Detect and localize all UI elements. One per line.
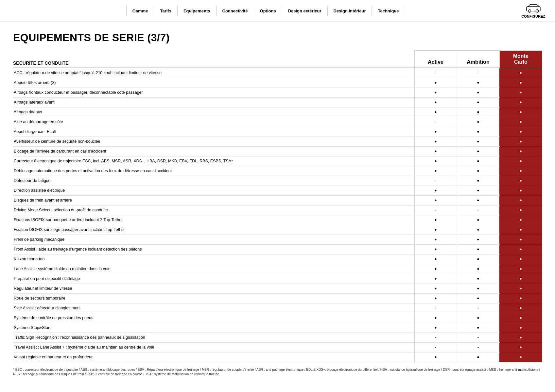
ambition-cell: •: [457, 215, 499, 225]
footnote: * ESC : correcteur électronique de traje…: [13, 368, 542, 377]
active-cell: •: [414, 186, 457, 195]
feature-cell: Système Stop&Start: [13, 323, 414, 333]
table-row: Roue de secours temporaire•••: [13, 293, 542, 303]
nav-equipements[interactable]: Equipements: [178, 6, 217, 16]
active-cell: •: [414, 127, 457, 137]
col-header-monte-carlo: Monte Carlo: [499, 51, 542, 68]
feature-cell: Détecteur de fatigue: [13, 176, 414, 186]
nav-gamme[interactable]: Gamme: [126, 6, 154, 16]
feature-cell: Avertisseur de ceinture de sécurité non-…: [13, 137, 414, 146]
nav-design-exterieur[interactable]: Design extérieur: [282, 6, 328, 16]
feature-cell: Front Assist : aide au freinage d'urgenc…: [13, 244, 414, 254]
monte-carlo-cell: •: [499, 323, 542, 333]
table-row: Airbags frontaux conducteur et passager,…: [13, 88, 542, 97]
footer: 8 Tarif Scala – MY2023 – Tarifs 13.06.20…: [0, 390, 555, 392]
nav-design-interieur[interactable]: Design intérieur: [328, 6, 372, 16]
active-cell: -: [414, 333, 457, 342]
monte-carlo-cell: •: [499, 352, 542, 362]
feature-cell: Fixations ISOFIX sur banquette arrière i…: [13, 215, 414, 225]
monte-carlo-cell: •: [499, 205, 542, 215]
feature-cell: Correcteur électronique de trajectoire E…: [13, 156, 414, 166]
monte-carlo-cell: •: [499, 284, 542, 293]
col-header-active: Active: [414, 51, 457, 68]
active-cell: •: [414, 137, 457, 146]
table-row: Appuie-têtes arrière (3)•••: [13, 78, 542, 88]
monte-carlo-cell: •: [499, 235, 542, 244]
monte-carlo-cell: •: [499, 225, 542, 235]
active-cell: •: [414, 254, 457, 264]
feature-cell: Direction assistée électrique: [13, 186, 414, 195]
feature-cell: ACC : régulateur de vitesse adaptatif ju…: [13, 68, 414, 78]
table-row: Aide au démarrage en côte-••: [13, 117, 542, 127]
nav-tarifs[interactable]: Tarifs: [154, 6, 177, 16]
table-row: Appel d'urgence - Ecall•••: [13, 127, 542, 137]
active-cell: •: [414, 97, 457, 107]
nav-connectivite[interactable]: Connectivité: [217, 6, 254, 16]
monte-carlo-cell: •: [499, 166, 542, 176]
top-navigation: Gamme Tarifs Equipements Connectivité Op…: [0, 0, 555, 22]
feature-cell: Frein de parking mécanique: [13, 235, 414, 244]
active-cell: •: [414, 352, 457, 362]
configurez-label: CONFIGUREZ: [521, 14, 545, 18]
ambition-cell: -: [457, 303, 499, 313]
monte-carlo-cell: •: [499, 254, 542, 264]
active-cell: •: [414, 156, 457, 166]
ambition-cell: •: [457, 146, 499, 156]
configurez-button[interactable]: CONFIGUREZ: [521, 3, 545, 18]
active-cell: •: [414, 313, 457, 323]
table-row: Frein de parking mécanique•••: [13, 235, 542, 244]
ambition-cell: •: [457, 254, 499, 264]
table-row: Préparation pour dispositif d'attelage••…: [13, 274, 542, 284]
table-row: Volant réglable en hauteur et en profond…: [13, 352, 542, 362]
table-row: Lane Assist : système d'aide au maintien…: [13, 264, 542, 274]
active-cell: •: [414, 225, 457, 235]
table-row: Système de contrôle de pression des pneu…: [13, 313, 542, 323]
table-row: Système Stop&Start•••: [13, 323, 542, 333]
monte-carlo-cell: •: [499, 137, 542, 146]
table-row: Correcteur électronique de trajectoire E…: [13, 156, 542, 166]
ambition-cell: •: [457, 313, 499, 323]
ambition-cell: •: [457, 137, 499, 146]
ambition-cell: •: [457, 244, 499, 254]
monte-carlo-cell: •: [499, 333, 542, 342]
monte-carlo-cell: •: [499, 88, 542, 97]
active-cell: -: [414, 117, 457, 127]
equipment-table: SECURITE ET CONDUITE Active Ambition Mon…: [13, 50, 542, 362]
monte-carlo-cell: •: [499, 342, 542, 352]
active-cell: •: [414, 264, 457, 274]
table-row: Avertisseur de ceinture de sécurité non-…: [13, 137, 542, 146]
active-cell: -: [414, 176, 457, 186]
ambition-cell: •: [457, 107, 499, 117]
table-row: Détecteur de fatigue-••: [13, 176, 542, 186]
nav-options[interactable]: Options: [254, 6, 282, 16]
feature-cell: Side Assist : détecteur d'angles mort: [13, 303, 414, 313]
monte-carlo-cell: •: [499, 127, 542, 137]
active-cell: •: [414, 215, 457, 225]
table-row: ACC : régulateur de vitesse adaptatif ju…: [13, 68, 542, 78]
active-cell: •: [414, 88, 457, 97]
section-label: SECURITE ET CONDUITE: [13, 51, 414, 68]
ambition-cell: •: [457, 293, 499, 303]
active-cell: •: [414, 78, 457, 88]
table-row: Driving Mode Select : sélection du profi…: [13, 205, 542, 215]
feature-cell: Driving Mode Select : sélection du profi…: [13, 205, 414, 215]
page-title: EQUIPEMENTS DE SERIE (3/7): [13, 32, 542, 44]
feature-cell: Système de contrôle de pression des pneu…: [13, 313, 414, 323]
ambition-cell: •: [457, 117, 499, 127]
ambition-cell: •: [457, 323, 499, 333]
monte-carlo-cell: •: [499, 244, 542, 254]
table-row: Déblocage automatique des portes et acti…: [13, 166, 542, 176]
active-cell: •: [414, 107, 457, 117]
mc-line1: Monte: [513, 53, 529, 59]
monte-carlo-cell: •: [499, 176, 542, 186]
ambition-cell: •: [457, 156, 499, 166]
ambition-cell: •: [457, 264, 499, 274]
table-row: Travel Assist : Lane Assist + : système …: [13, 342, 542, 352]
nav-technique[interactable]: Technique: [372, 6, 405, 16]
active-cell: •: [414, 244, 457, 254]
feature-cell: Disques de frein avant et arrière: [13, 195, 414, 205]
table-row: Klaxon mono-ton•••: [13, 254, 542, 264]
table-header-row: SECURITE ET CONDUITE Active Ambition Mon…: [13, 51, 542, 68]
active-cell: -: [414, 303, 457, 313]
ambition-cell: -: [457, 342, 499, 352]
